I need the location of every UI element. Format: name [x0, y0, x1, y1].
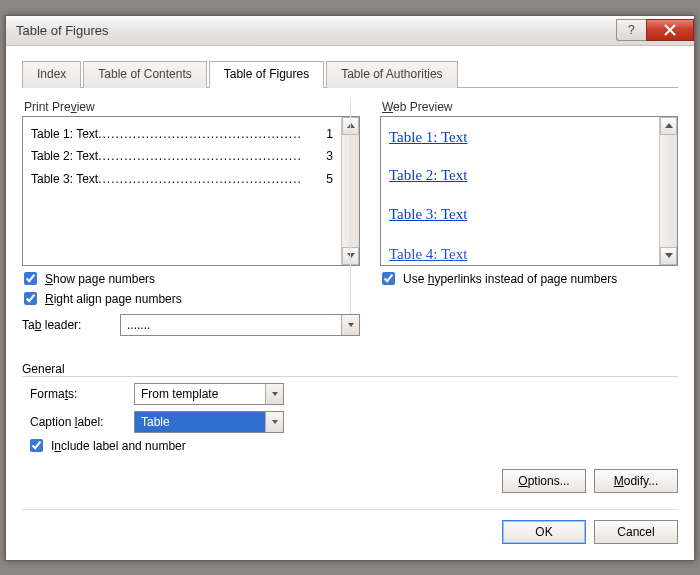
- print-preview-column: Print Preview Table 1: Text ............…: [22, 94, 360, 336]
- web-preview-link[interactable]: Table 4: Text: [389, 246, 467, 262]
- print-preview-row: Table 2: Text ..........................…: [31, 145, 333, 168]
- web-preview-content: Table 1: Text Table 2: Text Table 3: Tex…: [381, 117, 659, 265]
- scroll-track[interactable]: [660, 135, 677, 247]
- web-preview-link[interactable]: Table 2: Text: [389, 167, 467, 183]
- formats-combo[interactable]: From template: [134, 383, 284, 405]
- web-preview-link[interactable]: Table 1: Text: [389, 129, 467, 145]
- dialog-body: Index Table of Contents Table of Figures…: [6, 46, 694, 560]
- web-preview-link[interactable]: Table 3: Text: [389, 206, 467, 222]
- tab-table-of-figures[interactable]: Table of Figures: [209, 61, 324, 88]
- general-section: General Formats: From template Caption l…: [22, 362, 678, 453]
- formats-value: From template: [135, 384, 265, 404]
- entry-page: 3: [322, 145, 333, 168]
- include-label-label: Include label and number: [51, 439, 186, 453]
- tab-index[interactable]: Index: [22, 61, 81, 88]
- svg-text:?: ?: [628, 24, 635, 36]
- print-preview-row: Table 1: Text ..........................…: [31, 123, 333, 146]
- dialog-window: Table of Figures ? Index Table of Conten…: [5, 15, 695, 561]
- general-group-label: General: [22, 362, 678, 377]
- right-align-checkbox[interactable]: [24, 292, 37, 305]
- print-preview-content: Table 1: Text ..........................…: [23, 117, 341, 265]
- vertical-divider: [350, 98, 351, 314]
- use-hyperlinks-row: Use hyperlinks instead of page numbers: [382, 272, 678, 286]
- preview-section: Print Preview Table 1: Text ............…: [22, 94, 678, 336]
- use-hyperlinks-label: Use hyperlinks instead of page numbers: [403, 272, 617, 286]
- tab-leader-combo[interactable]: .......: [120, 314, 360, 336]
- caption-label-combo[interactable]: Table: [134, 411, 284, 433]
- leader-dots: ........................................…: [98, 168, 322, 191]
- entry-text: Table 2: Text: [31, 145, 98, 168]
- include-label-checkbox[interactable]: [30, 439, 43, 452]
- show-page-numbers-checkbox[interactable]: [24, 272, 37, 285]
- right-align-label: Right align page numbers: [45, 292, 182, 306]
- modify-button[interactable]: Modify...: [594, 469, 678, 493]
- entry-text: Table 1: Text: [31, 123, 98, 146]
- use-hyperlinks-checkbox[interactable]: [382, 272, 395, 285]
- combo-dropdown-button[interactable]: [341, 315, 359, 335]
- include-label-row: Include label and number: [30, 439, 678, 453]
- print-preview-label: Print Preview: [24, 100, 360, 114]
- web-preview-column: Web Preview Table 1: Text Table 2: Text …: [380, 94, 678, 336]
- web-preview-scrollbar[interactable]: [659, 117, 677, 265]
- entry-page: 1: [322, 123, 333, 146]
- title-bar: Table of Figures ?: [6, 16, 694, 46]
- caption-label-row: Caption label: Table: [30, 411, 678, 433]
- tab-bar: Index Table of Contents Table of Figures…: [22, 60, 678, 88]
- scroll-down-button[interactable]: [660, 247, 677, 265]
- separator: [22, 509, 678, 510]
- help-button[interactable]: ?: [616, 19, 646, 41]
- entry-page: 5: [322, 168, 333, 191]
- tab-table-of-authorities[interactable]: Table of Authorities: [326, 61, 457, 88]
- formats-row: Formats: From template: [30, 383, 678, 405]
- ok-button[interactable]: OK: [502, 520, 586, 544]
- print-preview-box: Table 1: Text ..........................…: [22, 116, 360, 266]
- tab-table-of-contents[interactable]: Table of Contents: [83, 61, 206, 88]
- caption-label-value: Table: [135, 412, 265, 432]
- show-page-numbers-label: Show page numbers: [45, 272, 155, 286]
- cancel-button[interactable]: Cancel: [594, 520, 678, 544]
- leader-dots: ........................................…: [98, 145, 322, 168]
- tab-leader-label: Tab leader:: [22, 318, 114, 332]
- entry-text: Table 3: Text: [31, 168, 98, 191]
- leader-dots: ........................................…: [98, 123, 322, 146]
- ok-cancel-row: OK Cancel: [22, 520, 678, 544]
- options-button[interactable]: Options...: [502, 469, 586, 493]
- close-button[interactable]: [646, 19, 694, 41]
- web-preview-box: Table 1: Text Table 2: Text Table 3: Tex…: [380, 116, 678, 266]
- formats-label: Formats:: [30, 387, 134, 401]
- combo-dropdown-button[interactable]: [265, 412, 283, 432]
- combo-dropdown-button[interactable]: [265, 384, 283, 404]
- options-modify-row: Options... Modify...: [22, 469, 678, 493]
- web-preview-label: Web Preview: [382, 100, 678, 114]
- dialog-title: Table of Figures: [16, 23, 616, 38]
- tab-leader-value: .......: [121, 315, 341, 335]
- scroll-up-button[interactable]: [660, 117, 677, 135]
- show-page-numbers-row: Show page numbers: [24, 272, 360, 286]
- right-align-row: Right align page numbers: [24, 292, 360, 306]
- caption-label-label: Caption label:: [30, 415, 134, 429]
- print-preview-row: Table 3: Text ..........................…: [31, 168, 333, 191]
- tab-leader-row: Tab leader: .......: [22, 314, 360, 336]
